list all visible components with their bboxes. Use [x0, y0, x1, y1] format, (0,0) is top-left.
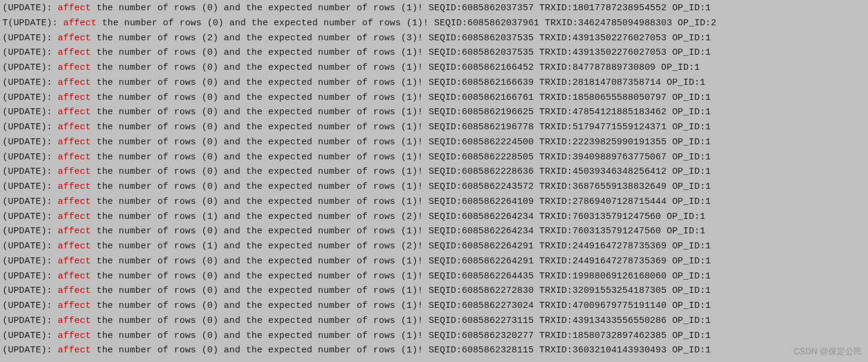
log-message: the number of rows (0) and the expected … — [91, 63, 700, 73]
log-prefix: (UPDATE): — [2, 33, 58, 43]
highlight-keyword: affect — [58, 63, 91, 73]
log-prefix: (UPDATE): — [2, 212, 58, 222]
highlight-keyword: affect — [58, 107, 91, 117]
highlight-keyword: affect — [58, 301, 91, 311]
log-prefix: (UPDATE): — [2, 301, 58, 311]
highlight-keyword: affect — [58, 226, 91, 236]
highlight-keyword: affect — [58, 93, 91, 103]
log-line: (UPDATE): affect the number of rows (1) … — [0, 210, 868, 225]
log-prefix: (UPDATE): — [2, 107, 58, 117]
log-prefix: (UPDATE): — [2, 286, 58, 296]
log-message: the number of rows (0) and the expected … — [91, 345, 711, 355]
log-message: the number of rows (0) and the expected … — [91, 78, 705, 88]
log-prefix: (UPDATE): — [2, 137, 58, 147]
log-line: (UPDATE): affect the number of rows (0) … — [0, 76, 868, 91]
log-message: the number of rows (0) and the expected … — [91, 301, 711, 311]
log-prefix: (UPDATE): — [2, 226, 58, 236]
log-message: the number of rows (1) and the expected … — [91, 212, 705, 222]
highlight-keyword: affect — [58, 122, 91, 132]
highlight-keyword: affect — [58, 316, 91, 326]
log-line: (UPDATE): affect the number of rows (0) … — [0, 120, 868, 135]
log-message: the number of rows (0) and the expected … — [91, 167, 711, 177]
log-prefix: (UPDATE): — [2, 271, 58, 281]
highlight-keyword: affect — [58, 197, 91, 207]
log-line: (UPDATE): affect the number of rows (0) … — [0, 269, 868, 284]
log-prefix: (UPDATE): — [2, 316, 58, 326]
log-prefix: (UPDATE): — [2, 152, 58, 162]
log-message: the number of rows (0) and the expected … — [91, 3, 711, 13]
log-line: (UPDATE): affect the number of rows (0) … — [0, 165, 868, 180]
highlight-keyword: affect — [58, 241, 91, 251]
log-line: (UPDATE): affect the number of rows (0) … — [0, 1, 868, 16]
highlight-keyword: affect — [58, 152, 91, 162]
log-line: (UPDATE): affect the number of rows (0) … — [0, 224, 868, 239]
log-line: (UPDATE): affect the number of rows (0) … — [0, 284, 868, 299]
log-prefix: (UPDATE): — [2, 241, 58, 251]
log-message: the number of rows (0) and the expected … — [91, 256, 711, 266]
log-message: the number of rows (0) and the expected … — [91, 93, 711, 103]
log-line: (UPDATE): affect the number of rows (2) … — [0, 31, 868, 46]
highlight-keyword: affect — [58, 78, 91, 88]
highlight-keyword: affect — [58, 48, 91, 58]
log-message: the number of rows (1) and the expected … — [91, 241, 711, 251]
highlight-keyword: affect — [58, 345, 91, 355]
highlight-keyword: affect — [58, 256, 91, 266]
highlight-keyword: affect — [58, 331, 91, 341]
log-message: the number of rows (0) and the expected … — [91, 331, 711, 341]
log-line: (UPDATE): affect the number of rows (0) … — [0, 314, 868, 329]
log-prefix: (UPDATE): — [2, 93, 58, 103]
highlight-keyword: affect — [58, 212, 91, 222]
log-message: the number of rows (0) and the expected … — [91, 122, 711, 132]
log-prefix: (UPDATE): — [2, 167, 58, 177]
log-line: (UPDATE): affect the number of rows (0) … — [0, 46, 868, 61]
log-prefix: (UPDATE): — [2, 122, 58, 132]
log-prefix: (UPDATE): — [2, 182, 58, 192]
log-message: the number of rows (0) and the expected … — [91, 197, 711, 207]
log-prefix: (UPDATE): — [2, 48, 58, 58]
log-prefix: (UPDATE): — [2, 256, 58, 266]
log-prefix: (UPDATE): — [2, 331, 58, 341]
log-prefix: (UPDATE): — [2, 345, 58, 355]
log-line: (UPDATE): affect the number of rows (0) … — [0, 150, 868, 165]
log-line: (UPDATE): affect the number of rows (0) … — [0, 61, 868, 76]
log-line: (UPDATE): affect the number of rows (0) … — [0, 254, 868, 269]
log-message: the number of rows (0) and the expected … — [91, 226, 705, 236]
log-line: (UPDATE): affect the number of rows (0) … — [0, 180, 868, 195]
highlight-keyword: affect — [58, 3, 91, 13]
log-message: the number of rows (0) and the expected … — [91, 48, 711, 58]
log-prefix: (UPDATE): — [2, 197, 58, 207]
log-prefix: (UPDATE): — [2, 63, 58, 73]
log-line: T(UPDATE): affect the number of rows (0)… — [0, 16, 868, 31]
log-output: (UPDATE): affect the number of rows (0) … — [0, 0, 868, 360]
highlight-keyword: affect — [58, 286, 91, 296]
log-line: (UPDATE): affect the number of rows (0) … — [0, 135, 868, 150]
highlight-keyword: affect — [63, 18, 96, 28]
log-line: (UPDATE): affect the number of rows (0) … — [0, 299, 868, 314]
log-line: (UPDATE): affect the number of rows (0) … — [0, 195, 868, 210]
log-message: the number of rows (0) and the expected … — [91, 152, 711, 162]
log-line: (UPDATE): affect the number of rows (0) … — [0, 105, 868, 120]
log-message: the number of rows (0) and the expected … — [96, 18, 716, 28]
log-message: the number of rows (0) and the expected … — [91, 182, 711, 192]
highlight-keyword: affect — [58, 137, 91, 147]
log-prefix: T(UPDATE): — [2, 18, 63, 28]
log-message: the number of rows (0) and the expected … — [91, 137, 711, 147]
log-line: (UPDATE): affect the number of rows (0) … — [0, 91, 868, 106]
log-message: the number of rows (0) and the expected … — [91, 107, 711, 117]
log-message: the number of rows (2) and the expected … — [91, 33, 711, 43]
log-prefix: (UPDATE): — [2, 3, 58, 13]
log-prefix: (UPDATE): — [2, 78, 58, 88]
log-message: the number of rows (0) and the expected … — [91, 316, 711, 326]
log-line: (UPDATE): affect the number of rows (0) … — [0, 329, 868, 344]
highlight-keyword: affect — [58, 33, 91, 43]
highlight-keyword: affect — [58, 167, 91, 177]
highlight-keyword: affect — [58, 271, 91, 281]
highlight-keyword: affect — [58, 182, 91, 192]
log-line: (UPDATE): affect the number of rows (1) … — [0, 239, 868, 254]
log-message: the number of rows (0) and the expected … — [91, 271, 711, 281]
log-message: the number of rows (0) and the expected … — [91, 286, 711, 296]
log-line: (UPDATE): affect the number of rows (0) … — [0, 343, 868, 358]
